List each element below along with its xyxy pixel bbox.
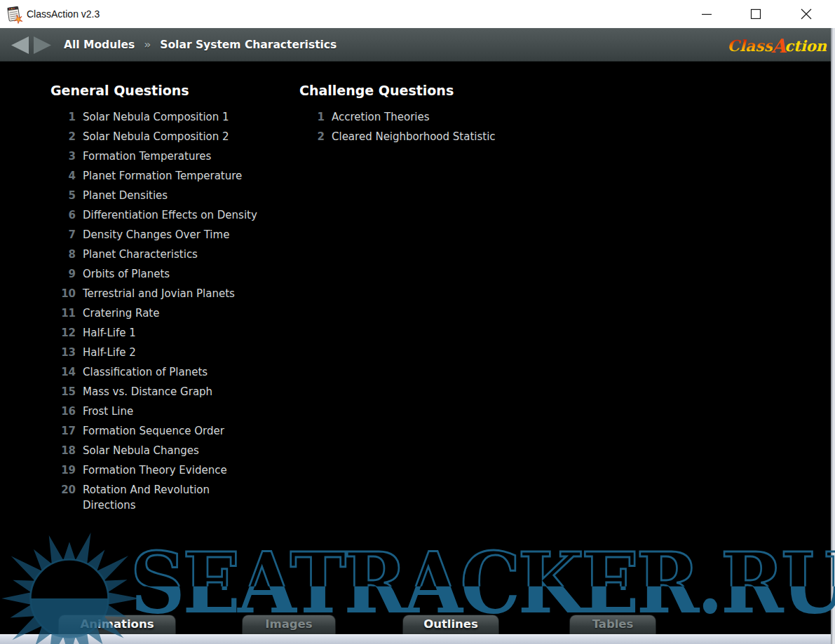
question-item[interactable]: 1 Accretion Theories bbox=[299, 109, 566, 125]
minimize-icon bbox=[701, 8, 712, 20]
question-item[interactable]: 2 Solar Nebula Composition 2 bbox=[50, 129, 292, 144]
tab-images[interactable]: Images bbox=[242, 615, 336, 634]
question-label: Cratering Rate bbox=[83, 306, 159, 321]
question-number: 1 bbox=[299, 109, 332, 125]
titlebar: ClassAction v2.3 bbox=[0, 0, 835, 28]
question-label: Planet Densities bbox=[83, 188, 168, 203]
question-label: Accretion Theories bbox=[332, 109, 430, 125]
question-item[interactable]: 8 Planet Characteristics bbox=[50, 247, 292, 262]
breadcrumb-separator: » bbox=[144, 39, 151, 51]
question-item[interactable]: 4 Planet Formation Temperature bbox=[50, 168, 292, 184]
question-item[interactable]: 5 Planet Densities bbox=[50, 188, 292, 203]
breadcrumb-current-module: Solar System Characteristics bbox=[160, 39, 337, 51]
question-number: 14 bbox=[50, 364, 83, 380]
question-number: 20 bbox=[50, 482, 83, 513]
question-number: 11 bbox=[50, 306, 83, 321]
classaction-window: ClassAction v2.3 bbox=[0, 0, 835, 644]
question-label: Solar Nebula Changes bbox=[83, 443, 199, 458]
question-label: Planet Formation Temperature bbox=[83, 168, 242, 184]
question-number: 2 bbox=[299, 129, 332, 144]
question-number: 5 bbox=[50, 188, 83, 203]
challenge-questions-title: Challenge Questions bbox=[299, 83, 566, 98]
question-item[interactable]: 15 Mass vs. Distance Graph bbox=[50, 384, 292, 399]
question-label: Mass vs. Distance Graph bbox=[83, 384, 212, 399]
question-number: 6 bbox=[50, 207, 83, 223]
general-questions-title: General Questions bbox=[50, 83, 292, 98]
bottom-edge-strip bbox=[0, 634, 835, 644]
question-number: 3 bbox=[50, 149, 83, 164]
question-number: 18 bbox=[50, 443, 83, 458]
question-number: 2 bbox=[50, 129, 83, 144]
question-label: Cleared Neighborhood Statistic bbox=[332, 129, 496, 144]
challenge-questions-section: Challenge Questions 1 Accretion Theories… bbox=[299, 83, 566, 149]
question-item[interactable]: 12 Half-Life 1 bbox=[50, 325, 292, 341]
close-button[interactable] bbox=[795, 4, 817, 25]
question-label: Half-Life 2 bbox=[83, 345, 136, 360]
question-label: Solar Nebula Composition 1 bbox=[83, 109, 229, 125]
breadcrumb: All Modules » Solar System Characteristi… bbox=[64, 39, 337, 51]
window-title: ClassAction v2.3 bbox=[27, 0, 100, 28]
question-item[interactable]: 20 Rotation And Revolution Directions bbox=[50, 482, 292, 513]
nav-arrows bbox=[10, 36, 53, 55]
question-number: 8 bbox=[50, 247, 83, 262]
question-label: Differentiation Effects on Density bbox=[83, 207, 257, 223]
question-item[interactable]: 19 Formation Theory Evidence bbox=[50, 463, 292, 478]
breadcrumb-all-modules[interactable]: All Modules bbox=[64, 39, 135, 51]
question-number: 16 bbox=[50, 404, 83, 419]
question-item[interactable]: 10 Terrestrial and Jovian Planets bbox=[50, 286, 292, 301]
question-label: Half-Life 1 bbox=[83, 325, 136, 341]
question-number: 7 bbox=[50, 227, 83, 242]
tab-tables[interactable]: Tables bbox=[569, 615, 656, 634]
question-number: 17 bbox=[50, 423, 83, 439]
question-label: Formation Theory Evidence bbox=[83, 463, 227, 478]
question-label: Formation Sequence Order bbox=[83, 423, 224, 439]
question-number: 10 bbox=[50, 286, 83, 301]
back-icon[interactable] bbox=[10, 36, 30, 55]
question-item[interactable]: 11 Cratering Rate bbox=[50, 306, 292, 321]
minimize-button[interactable] bbox=[695, 4, 718, 25]
question-number: 12 bbox=[50, 325, 83, 341]
question-item[interactable]: 7 Density Changes Over Time bbox=[50, 227, 292, 242]
question-label: Rotation And Revolution Directions bbox=[83, 482, 264, 513]
app-icon bbox=[6, 5, 23, 27]
question-label: Density Changes Over Time bbox=[83, 227, 229, 242]
general-questions-list: 1 Solar Nebula Composition 1 2 Solar Neb… bbox=[50, 109, 292, 513]
question-number: 9 bbox=[50, 266, 83, 282]
question-item[interactable]: 14 Classification of Planets bbox=[50, 364, 292, 380]
tab-outlines[interactable]: Outlines bbox=[402, 615, 499, 634]
tab-animations[interactable]: Animations bbox=[58, 615, 176, 634]
forward-icon[interactable] bbox=[32, 36, 53, 55]
close-icon bbox=[800, 8, 813, 20]
question-number: 15 bbox=[50, 384, 83, 399]
question-item[interactable]: 3 Formation Temperatures bbox=[50, 149, 292, 164]
maximize-button[interactable] bbox=[745, 4, 767, 25]
general-questions-section: General Questions 1 Solar Nebula Composi… bbox=[50, 83, 292, 517]
question-item[interactable]: 13 Half-Life 2 bbox=[50, 345, 292, 360]
question-item[interactable]: 17 Formation Sequence Order bbox=[50, 423, 292, 439]
question-number: 1 bbox=[50, 109, 83, 125]
question-number: 4 bbox=[50, 168, 83, 184]
question-item[interactable]: 16 Frost Line bbox=[50, 404, 292, 419]
question-number: 19 bbox=[50, 463, 83, 478]
question-label: Formation Temperatures bbox=[83, 149, 211, 164]
challenge-questions-list: 1 Accretion Theories 2 Cleared Neighborh… bbox=[299, 109, 566, 144]
right-edge-strip bbox=[831, 28, 835, 644]
question-label: Solar Nebula Composition 2 bbox=[83, 129, 229, 144]
question-label: Frost Line bbox=[83, 404, 133, 419]
question-item[interactable]: 6 Differentiation Effects on Density bbox=[50, 207, 292, 223]
question-label: Planet Characteristics bbox=[83, 247, 198, 262]
question-label: Classification of Planets bbox=[83, 364, 208, 380]
question-item[interactable]: 9 Orbits of Planets bbox=[50, 266, 292, 282]
navbar: All Modules » Solar System Characteristi… bbox=[0, 28, 835, 62]
question-label: Terrestrial and Jovian Planets bbox=[83, 286, 235, 301]
question-number: 13 bbox=[50, 345, 83, 360]
question-label: Orbits of Planets bbox=[83, 266, 170, 282]
maximize-icon bbox=[750, 8, 761, 20]
question-item[interactable]: 2 Cleared Neighborhood Statistic bbox=[299, 129, 566, 144]
question-item[interactable]: 1 Solar Nebula Composition 1 bbox=[50, 109, 292, 125]
classaction-logo: ClassAction bbox=[727, 31, 827, 60]
question-item[interactable]: 18 Solar Nebula Changes bbox=[50, 443, 292, 458]
